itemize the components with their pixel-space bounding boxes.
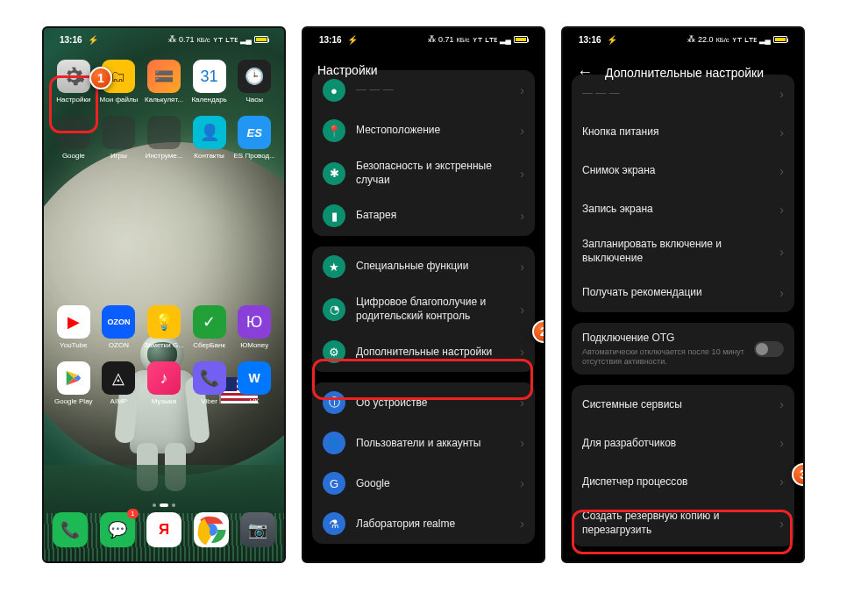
chevron-right-icon: ›: [520, 260, 524, 274]
setting-запись-экрана[interactable]: Запись экрана›: [572, 190, 794, 229]
setting-label: Запись экрана: [582, 203, 774, 217]
app-калькулят-[interactable]: 🟰Калькулят...: [141, 56, 187, 107]
chevron-right-icon: ›: [520, 345, 524, 359]
app-часы[interactable]: 🕒Часы: [231, 56, 277, 107]
setting-google[interactable]: GGoogle›: [312, 463, 535, 503]
chevron-right-icon: ›: [779, 87, 784, 101]
app-label: Настройки: [56, 96, 90, 104]
setting--[interactable]: — — —›: [572, 75, 794, 113]
setting-label: Запланировать включение и выключение: [582, 238, 774, 265]
dock-app[interactable]: 📞: [53, 509, 88, 551]
setting-об-устройстве[interactable]: ⓘОб устройстве›: [312, 382, 535, 423]
app-icon: ✓: [193, 305, 226, 339]
setting-безопасность-и-экстренные-случ[interactable]: ✱Безопасность и экстренные случаи›: [312, 151, 535, 196]
app-icon: [57, 116, 90, 149]
app-es-провод-[interactable]: ESES Провод...: [231, 112, 277, 163]
chevron-right-icon: ›: [520, 167, 524, 181]
app-google[interactable]: Google: [51, 112, 96, 163]
app-icon: ES: [238, 116, 271, 149]
app-label: OZON: [109, 341, 129, 349]
setting-icon: ⓘ: [323, 391, 345, 414]
setting-label: Google: [356, 477, 515, 491]
setting-label: Безопасность и экстренные случаи: [356, 160, 515, 187]
setting-label: Об устройстве: [356, 396, 515, 411]
otg-toggle[interactable]: [754, 341, 784, 357]
app-контакты[interactable]: 👤Контакты: [187, 112, 232, 163]
setting-icon: ◔: [323, 298, 345, 321]
setting-создать-резервную-копию-и-пере[interactable]: Создать резервную копию и перезагрузить›: [572, 501, 794, 546]
app-aimp[interactable]: ◬AIMP: [96, 358, 142, 409]
app-игры[interactable]: Игры: [96, 112, 142, 163]
setting-кнопка-питания[interactable]: Кнопка питания›: [572, 113, 794, 152]
chevron-right-icon: ›: [779, 286, 784, 300]
app-viber[interactable]: 📞Viber: [187, 358, 232, 409]
setting-батарея[interactable]: ▮Батарея›: [312, 196, 535, 236]
setting-icon: ●: [323, 79, 345, 102]
dock-app[interactable]: 📷: [240, 509, 275, 551]
setting-label: Системные сервисы: [582, 398, 774, 412]
setting-системные-сервисы[interactable]: Системные сервисы›: [572, 385, 794, 424]
setting-диспетчер-процессов[interactable]: Диспетчер процессов›: [572, 462, 794, 501]
app-ozon[interactable]: OZONOZON: [96, 302, 142, 353]
app-icon: 📞: [53, 512, 88, 547]
chevron-right-icon: ›: [779, 164, 784, 178]
app-музыка[interactable]: ♪Музыка: [141, 358, 187, 409]
app-label: Google Play: [54, 397, 93, 405]
chevron-right-icon: ›: [520, 436, 524, 450]
chevron-right-icon: ›: [520, 124, 524, 138]
app-label: VK: [250, 397, 260, 405]
app-инструме-[interactable]: Инструме...: [141, 112, 187, 163]
setting-запланировать-включение-и-выкл[interactable]: Запланировать включение и выключение›: [572, 229, 794, 274]
setting-label: Цифровое благополучие и родительский кон…: [356, 296, 515, 323]
setting-пользователи-и-аккаунты[interactable]: 👤Пользователи и аккаунты›: [312, 423, 535, 463]
chevron-right-icon: ›: [520, 83, 524, 97]
app-icon: 🟰: [147, 60, 181, 93]
app-label: Google: [62, 152, 85, 160]
phone-settings-list: 13:16⚡ ⁂0.71КБ/сʏᴛʟᴛᴇ▂▄ Настройки ●— — —…: [302, 26, 545, 563]
setting-цифровое-благополучие-и-родите[interactable]: ◔Цифровое благополучие и родительский ко…: [312, 287, 535, 332]
setting--[interactable]: ●— — —›: [312, 70, 535, 111]
app-icon: [57, 361, 90, 395]
app-icon: [57, 60, 90, 93]
setting-дополнительные-настройки[interactable]: ⚙Дополнительные настройки›: [312, 332, 535, 372]
app-label: Музыка: [152, 397, 176, 405]
chevron-right-icon: ›: [520, 396, 524, 410]
app-юmoney[interactable]: ЮЮMoney: [231, 302, 277, 353]
setting-специальные-функции[interactable]: ★Специальные функции›: [312, 246, 535, 287]
setting-icon: ⚙: [323, 340, 345, 363]
setting-получать-рекомендации[interactable]: Получать рекомендации›: [572, 274, 794, 312]
setting-для-разработчиков[interactable]: Для разработчиков›: [572, 424, 794, 462]
app-календарь[interactable]: 31Календарь: [187, 56, 232, 107]
chevron-right-icon: ›: [779, 125, 784, 139]
app-label: YouTube: [60, 341, 87, 349]
setting-снимок-экрана[interactable]: Снимок экрана›: [572, 152, 794, 190]
setting-label: Специальные функции: [356, 260, 515, 274]
dock-app[interactable]: [194, 509, 229, 551]
setting-label: Диспетчер процессов: [582, 475, 774, 489]
setting-icon: ⚗: [323, 512, 345, 535]
setting-лаборатория-realme[interactable]: ⚗Лаборатория realme›: [312, 503, 535, 544]
setting-местоположение[interactable]: 📍Местоположение›: [312, 111, 535, 151]
chevron-right-icon: ›: [520, 517, 524, 531]
dock-app[interactable]: 💬1: [100, 509, 135, 551]
chevron-right-icon: ›: [520, 209, 524, 223]
app-сбербанк[interactable]: ✓СберБанк: [187, 302, 232, 353]
dock: 📞💬1Я📷: [53, 509, 275, 551]
setting-otg[interactable]: Подключение OTG Автоматически отключаетс…: [572, 323, 794, 375]
dock-app[interactable]: Я: [146, 509, 181, 551]
app-icon: 📷: [240, 512, 275, 547]
setting-icon: 📍: [323, 119, 345, 142]
setting-icon: G: [323, 472, 345, 495]
status-bar: 13:16⚡ ⁂0.71КБ/сʏᴛʟᴛᴇ▂▄: [44, 28, 284, 51]
app-label: Инструме...: [146, 152, 183, 160]
app-vk[interactable]: WVK: [231, 358, 277, 409]
app-заметки-g-[interactable]: 💡Заметки G...: [141, 302, 187, 353]
app-youtube[interactable]: ▶YouTube: [51, 302, 96, 353]
app-icon: ◬: [102, 361, 135, 395]
charging-icon: ⚡: [88, 35, 98, 45]
app-label: ЮMoney: [240, 341, 268, 349]
chevron-right-icon: ›: [779, 475, 784, 489]
setting-icon: ▮: [323, 204, 345, 227]
app-label: Контакты: [194, 152, 224, 160]
app-google-play[interactable]: Google Play: [51, 358, 96, 409]
